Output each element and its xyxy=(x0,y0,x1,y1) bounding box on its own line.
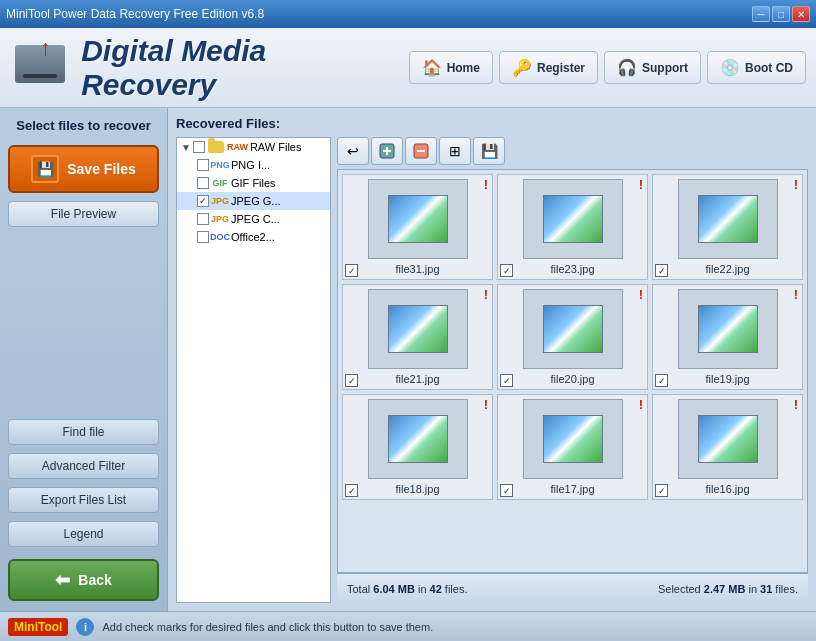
error-badge-f31: ! xyxy=(484,177,488,192)
tree-item-office[interactable]: DOC Office2... xyxy=(177,228,330,246)
file-name-f23: file23.jpg xyxy=(550,263,594,275)
tree-item-png[interactable]: PNG PNG I... xyxy=(177,156,330,174)
file-checkbox-f23[interactable] xyxy=(500,264,513,277)
tree-folder-icon xyxy=(208,140,224,154)
close-button[interactable]: ✕ xyxy=(792,6,810,22)
thumb-image-f22 xyxy=(698,195,758,243)
file-checkbox-area-f18 xyxy=(345,484,358,497)
office-file-icon: DOC xyxy=(212,230,228,244)
file-card-f19[interactable]: ! file19.jpg xyxy=(652,284,803,390)
back-button[interactable]: ⬅ Back xyxy=(8,559,159,601)
tree-item-jpeg2[interactable]: JPG JPEG C... xyxy=(177,210,330,228)
file-name-f22: file22.jpg xyxy=(705,263,749,275)
tree-check-jpeg2[interactable] xyxy=(197,213,209,225)
title-bar-text: MiniTool Power Data Recovery Free Editio… xyxy=(6,7,264,21)
bottom-message: Add check marks for desired files and cl… xyxy=(102,621,433,633)
file-card-f18[interactable]: ! file18.jpg xyxy=(342,394,493,500)
status-selected: Selected 2.47 MB in 31 files. xyxy=(658,583,798,595)
toolbar-grid-button[interactable]: ⊞ xyxy=(439,137,471,165)
file-checkbox-f31[interactable] xyxy=(345,264,358,277)
file-thumb-f21 xyxy=(368,289,468,369)
file-name-f18: file18.jpg xyxy=(395,483,439,495)
save-files-button[interactable]: 💾 Save Files xyxy=(8,145,159,193)
file-checkbox-f17[interactable] xyxy=(500,484,513,497)
file-grid-scroll[interactable]: ! file31.jpg ! xyxy=(337,169,808,573)
file-card-f22[interactable]: ! file22.jpg xyxy=(652,174,803,280)
file-name-f31: file31.jpg xyxy=(395,263,439,275)
recovered-label: Recovered Files: xyxy=(176,116,808,131)
toolbar-save-button[interactable]: 💾 xyxy=(473,137,505,165)
file-checkbox-area-f31 xyxy=(345,264,358,277)
find-file-button[interactable]: Find file xyxy=(8,419,159,445)
jpeg1-file-icon: JPG xyxy=(212,194,228,208)
file-card-f23[interactable]: ! file23.jpg xyxy=(497,174,648,280)
file-thumb-f22 xyxy=(678,179,778,259)
file-tree[interactable]: ▼ RAW RAW Files PNG PNG I... GIF GIF Fil… xyxy=(176,137,331,603)
file-name-f20: file20.jpg xyxy=(550,373,594,385)
file-card-f31[interactable]: ! file31.jpg xyxy=(342,174,493,280)
error-badge-f20: ! xyxy=(639,287,643,302)
file-checkbox-f18[interactable] xyxy=(345,484,358,497)
maximize-button[interactable]: □ xyxy=(772,6,790,22)
bootcd-button[interactable]: 💿 Boot CD xyxy=(707,51,806,84)
file-checkbox-f22[interactable] xyxy=(655,264,668,277)
left-panel: Select files to recover 💾 Save Files Fil… xyxy=(0,108,168,611)
bottom-bar: MiniTool i Add check marks for desired f… xyxy=(0,611,816,641)
file-checkbox-area-f19 xyxy=(655,374,668,387)
file-name-f17: file17.jpg xyxy=(550,483,594,495)
file-thumb-f18 xyxy=(368,399,468,479)
file-checkbox-area-f20 xyxy=(500,374,513,387)
left-spacer xyxy=(8,235,159,411)
tree-arrow-raw: ▼ xyxy=(181,142,191,153)
file-checkbox-f19[interactable] xyxy=(655,374,668,387)
error-badge-f18: ! xyxy=(484,397,488,412)
tree-check-png[interactable] xyxy=(197,159,209,171)
thumb-image-f18 xyxy=(388,415,448,463)
register-icon: 🔑 xyxy=(512,58,532,77)
register-button[interactable]: 🔑 Register xyxy=(499,51,598,84)
tree-item-gif[interactable]: GIF GIF Files xyxy=(177,174,330,192)
toolbar-up-button[interactable]: ↩ xyxy=(337,137,369,165)
thumb-image-f16 xyxy=(698,415,758,463)
file-checkbox-area-f16 xyxy=(655,484,668,497)
toolbar-add-button[interactable] xyxy=(371,137,403,165)
thumb-image-f23 xyxy=(543,195,603,243)
export-files-button[interactable]: Export Files List xyxy=(8,487,159,513)
file-card-f21[interactable]: ! file21.jpg xyxy=(342,284,493,390)
tree-item-jpeg1[interactable]: ✓ JPG JPEG G... xyxy=(177,192,330,210)
right-content: Recovered Files: ▼ RAW RAW Files PNG PNG… xyxy=(168,108,816,611)
file-card-f16[interactable]: ! file16.jpg xyxy=(652,394,803,500)
file-preview-button[interactable]: File Preview xyxy=(8,201,159,227)
file-checkbox-area-f21 xyxy=(345,374,358,387)
toolbar-remove-button[interactable] xyxy=(405,137,437,165)
png-file-icon: PNG xyxy=(212,158,228,172)
home-icon: 🏠 xyxy=(422,58,442,77)
advanced-filter-button[interactable]: Advanced Filter xyxy=(8,453,159,479)
file-card-f17[interactable]: ! file17.jpg xyxy=(497,394,648,500)
file-checkbox-f16[interactable] xyxy=(655,484,668,497)
legend-button[interactable]: Legend xyxy=(8,521,159,547)
tree-check-jpeg1[interactable]: ✓ xyxy=(197,195,209,207)
home-button[interactable]: 🏠 Home xyxy=(409,51,493,84)
file-card-f20[interactable]: ! file20.jpg xyxy=(497,284,648,390)
file-name-f19: file19.jpg xyxy=(705,373,749,385)
tree-check-office[interactable] xyxy=(197,231,209,243)
nav-buttons: 🏠 Home 🔑 Register 🎧 Support 💿 Boot CD xyxy=(409,51,806,84)
file-grid: ! file31.jpg ! xyxy=(338,170,807,504)
thumb-image-f31 xyxy=(388,195,448,243)
file-thumb-f19 xyxy=(678,289,778,369)
thumb-image-f20 xyxy=(543,305,603,353)
tree-check-raw[interactable] xyxy=(193,141,205,153)
jpeg2-file-icon: JPG xyxy=(212,212,228,226)
file-checkbox-f20[interactable] xyxy=(500,374,513,387)
file-thumb-f23 xyxy=(523,179,623,259)
minimize-button[interactable]: ─ xyxy=(752,6,770,22)
tree-item-raw[interactable]: ▼ RAW RAW Files xyxy=(177,138,330,156)
error-badge-f16: ! xyxy=(794,397,798,412)
file-checkbox-f21[interactable] xyxy=(345,374,358,387)
file-name-f21: file21.jpg xyxy=(395,373,439,385)
tree-check-gif[interactable] xyxy=(197,177,209,189)
support-button[interactable]: 🎧 Support xyxy=(604,51,701,84)
app-logo-icon: ↑ xyxy=(10,35,71,100)
content-area: ▼ RAW RAW Files PNG PNG I... GIF GIF Fil… xyxy=(176,137,808,603)
